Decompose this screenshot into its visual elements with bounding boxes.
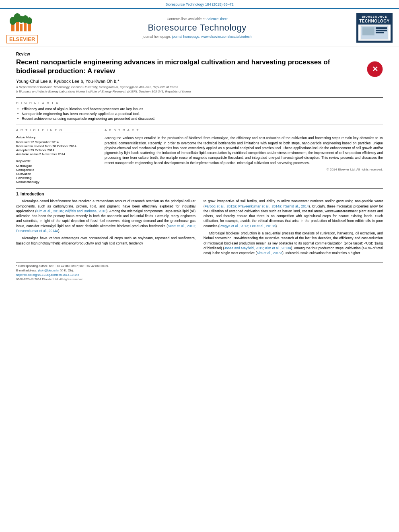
elsevier-tree-icon [9, 12, 35, 34]
svg-rect-15 [376, 32, 384, 33]
divider-3 [16, 188, 383, 189]
svg-rect-9 [28, 24, 31, 31]
intro-col-right: to grow irrespective of soil fertility, … [204, 199, 383, 258]
intro-body-cols: Microalgae-based biorefinement has recei… [16, 199, 383, 258]
svg-rect-1 [16, 21, 19, 31]
intro-p4: Microalgal biodiesel production is a seq… [204, 231, 383, 256]
crossmark-icon[interactable]: ✕ CrossMark [367, 61, 383, 77]
ref-kim3[interactable]: Kim et al., 2013a [257, 251, 282, 255]
ref-lee-2013a[interactable]: Lee et al., 2013a [250, 224, 276, 228]
divider-2 [16, 125, 383, 125]
ref-farooq[interactable]: Farooq et al., 2013a; [205, 204, 237, 208]
footnote-corresponding: * Corresponding author. Tel.: +82 42 860… [16, 264, 383, 268]
svg-rect-14 [376, 30, 387, 31]
abstract-text: Among the various steps entailed in the … [105, 136, 383, 165]
received-date: Received 12 September 2014 [16, 140, 97, 144]
keywords-label: Keywords: [16, 159, 97, 163]
affiliation-a: a Department of BioNano Technology, Gach… [16, 85, 383, 89]
title-row: Recent nanoparticle engineering advances… [16, 58, 383, 79]
highlight-item-3: Recent achievements using nanoparticle e… [16, 117, 383, 121]
main-content: Review Recent nanoparticle engineering a… [0, 47, 399, 285]
keyword-2: Nanoparticle [16, 168, 97, 172]
ref-wijffels[interactable]: Wijffels and Barbosa, 2010 [65, 209, 106, 213]
history-label: Article history: [16, 136, 97, 139]
journal-header: ELSEVIER Contents lists available at Sci… [0, 8, 399, 47]
intro-p1: Microalgae-based biorefinement has recei… [16, 199, 195, 233]
svg-rect-6 [24, 23, 27, 31]
sciencedirect-link[interactable]: ScienceDirect [206, 17, 227, 21]
ref-kim-2013a[interactable]: Kim et al., 2013a; [37, 209, 64, 213]
contents-available: Contents lists available at ScienceDirec… [42, 17, 352, 21]
authors-line: Young-Chul Lee a, Kyubock Lee b, You-Kwa… [16, 79, 383, 84]
ref-praveenkumar-2014a[interactable]: Praveenkumar et al., 2014a [16, 229, 58, 233]
journal-homepage: journal homepage: journal homepage: www.… [42, 35, 352, 39]
revised-date: Received in revised form 28 October 2014 [16, 144, 97, 148]
info-abstract-cols: A R T I C L E I N F O Article history: R… [16, 128, 383, 184]
doi-line[interactable]: http://dx.doi.org/10.1016/j.biortech.201… [16, 273, 383, 277]
journal-citation: Bioresource Technology 184 (2015) 63–72 [0, 0, 399, 8]
article-info-col: A R T I C L E I N F O Article history: R… [16, 128, 97, 184]
highlight-item-2: Nanoparticle engineering has been extens… [16, 112, 383, 116]
footnote-email: E-mail address: ykoh@kier.re.kr (Y.-K. O… [16, 269, 383, 272]
available-date: Available online 5 November 2014 [16, 152, 97, 156]
email-link[interactable]: ykoh@kier.re.kr [38, 269, 59, 272]
introduction-section: 1. Introduction Microalgae-based biorefi… [16, 192, 383, 258]
issn-line: 0960-8524/© 2014 Elsevier Ltd. All right… [16, 277, 383, 281]
journal-cover-icon [360, 25, 389, 40]
ref-kim2[interactable]: Kim et al., 2013a [265, 246, 291, 250]
ref-jones[interactable]: Jones and Mayfield, 2012; [224, 246, 264, 250]
footnotes: * Corresponding author. Tel.: +82 42 860… [16, 262, 383, 281]
article-type-label: Review [16, 52, 383, 56]
svg-rect-0 [11, 24, 14, 31]
svg-text:✕: ✕ [372, 65, 378, 73]
ref-praveenkumar2[interactable]: Praveenkumar et al., 2014a; [239, 204, 282, 208]
article-info-label: A R T I C L E I N F O [16, 128, 97, 133]
keyword-1: Microalgae [16, 164, 97, 168]
ref-rashid[interactable]: Rashid al., 2014 [284, 204, 309, 208]
article-title: Recent nanoparticle engineering advances… [16, 58, 346, 76]
highlights-section: H I G H L I G H T S Efficiency and cost … [16, 101, 383, 121]
journal-header-center: Contents lists available at ScienceDirec… [42, 17, 352, 39]
journal-logo-box: BIORESOURCE TECHNOLOGY [356, 13, 393, 43]
keyword-3: Cultivation [16, 172, 97, 176]
svg-rect-5 [20, 24, 23, 31]
keyword-4: Harvesting [16, 176, 97, 180]
topbar-text: Bioresource Technology 184 (2015) 63–72 [165, 2, 233, 6]
abstract-label: A B S T R A C T [105, 128, 383, 133]
ref-scott[interactable]: Scott et al., 2010; [168, 224, 195, 228]
copyright: © 2014 Elsevier Ltd. All rights reserved… [105, 168, 383, 171]
ref-pragya[interactable]: Pragya et al., 2013; [220, 224, 249, 228]
highlight-item-1: Efficiency and cost of algal cultivation… [16, 107, 383, 111]
keyword-5: Nanotechnology [16, 180, 97, 184]
intro-p3: to grow irrespective of soil fertility, … [204, 199, 383, 228]
svg-rect-12 [362, 27, 374, 35]
divider-1 [16, 97, 383, 98]
elsevier-wordmark: ELSEVIER [6, 35, 38, 43]
svg-point-8 [27, 17, 32, 25]
intro-heading: 1. Introduction [16, 192, 383, 196]
svg-text:CrossMark: CrossMark [370, 74, 380, 76]
abstract-col: A B S T R A C T Among the various steps … [105, 128, 383, 184]
intro-col-left: Microalgae-based biorefinement has recei… [16, 199, 195, 258]
affiliation-b: b Biomass and Waste Energy Laboratory, K… [16, 90, 383, 93]
intro-p2: Microalgae have various advantages over … [16, 236, 195, 246]
highlights-label: H I G H L I G H T S [16, 101, 383, 105]
elsevier-logo-box: ELSEVIER [6, 12, 38, 43]
accepted-date: Accepted 29 October 2014 [16, 148, 97, 152]
journal-title: Bioresource Technology [42, 23, 352, 33]
svg-rect-13 [376, 27, 387, 29]
